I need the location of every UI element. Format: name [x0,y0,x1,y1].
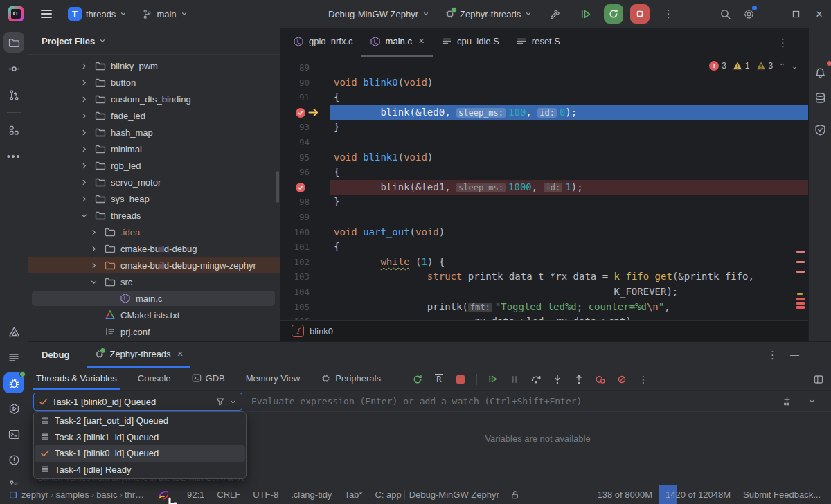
structure-tool-icon[interactable] [3,120,24,141]
run-config-selector[interactable]: Debug-MinGW Zephyr [324,6,434,22]
thread-selector[interactable]: Task-1 [blink0_id] Queued [33,393,242,411]
toolbar-more-icon[interactable]: ⋮ [634,371,652,388]
caret-position[interactable]: 92:1 [181,489,211,500]
line-number[interactable]: 98 [280,195,330,210]
terminal-tool-icon[interactable] [3,424,24,444]
inspections-widget[interactable]: !3 1 3 ⌃ ⌃ [709,61,797,71]
minimize-button[interactable]: — [760,0,784,28]
debug-options-icon[interactable]: ⋮ [767,349,778,361]
statusbar-crumb[interactable]: basic [96,489,117,500]
qodana-shield-icon[interactable] [810,119,831,140]
tab-reset.S[interactable]: reset.S [508,28,569,57]
debug-session-tab[interactable]: Zephyr-threads ✕ [87,342,190,368]
tree-item-fade_led[interactable]: fade_led [28,107,280,124]
evaluate-expression-input[interactable]: Evaluate expression (Enter) or add a wat… [244,390,831,412]
rerun-icon[interactable] [409,371,427,388]
step-out-icon[interactable] [570,371,588,388]
indent-style[interactable]: Tab* [338,489,368,500]
project-scrollbar[interactable] [276,171,279,203]
project-widget[interactable]: T threads [64,4,131,24]
dropdown-item-Task-4 [idle] Ready[interactable]: Task-4 [idle] Ready [35,462,245,478]
more-tools-icon[interactable]: ••• [3,146,24,167]
main-menu-icon[interactable] [36,3,57,24]
step-into-icon[interactable] [548,371,566,388]
toolchain[interactable]: C: app [368,489,404,500]
breadcrumb-function[interactable]: blink0 [310,326,333,336]
tree-item-blinky_pwm[interactable]: blinky_pwm [28,57,280,74]
tree-item-hash_map[interactable]: hash_map [28,124,280,141]
debug-session-selector[interactable]: Zephyr-threads [440,6,536,22]
debug-tool-icon[interactable] [3,372,24,393]
chevron-down-icon[interactable] [229,398,237,406]
vcs-branch-widget[interactable]: main [138,6,191,22]
line-number[interactable]: 103 [280,269,330,285]
build-hammer-icon[interactable] [543,0,566,28]
close-tab-icon[interactable]: ✕ [418,37,425,46]
debug-tab-Memory View[interactable]: Memory View [243,368,303,390]
pull-requests-tool-icon[interactable] [3,84,24,105]
filter-funnel-icon[interactable] [215,397,225,406]
tab-cpu_idle.S[interactable]: cpu_idle.S [433,28,508,57]
add-watch-icon[interactable] [782,395,793,406]
problems-tool-icon[interactable] [3,449,24,470]
debug-tab-Peripherals[interactable]: Peripherals [318,368,384,390]
notifications-bell-icon[interactable] [810,62,831,83]
more-actions-icon[interactable]: ⋮ [656,0,680,28]
database-tool-icon[interactable] [810,87,831,108]
run-config-status[interactable]: Debug-MinGW Zephyr [405,489,506,500]
stop-button[interactable] [630,4,650,24]
mute-breakpoints-icon[interactable] [613,371,631,388]
tree-item-CMakeLists.txt[interactable]: CMakeLists.txt [28,307,280,323]
project-tool-icon[interactable] [3,32,24,53]
line-number[interactable]: 89 [280,60,330,75]
tree-item-.idea[interactable]: .idea [28,224,280,240]
tree-item-button[interactable]: button [28,74,280,91]
tree-item-custom_dts_binding[interactable]: custom_dts_binding [28,91,280,107]
submit-feedback-link[interactable]: Submit Feedback... [737,489,827,500]
services-tool-icon[interactable] [3,398,24,419]
dropdown-item-Task-1 [blink0_id] Queued[interactable]: Task-1 [blink0_id] Queued [35,445,245,462]
tree-item-cmake-build-debug[interactable]: cmake-build-debug [28,240,280,257]
line-number[interactable]: 101 [280,240,330,255]
tree-item-cmake-build-debug-mingw-zephyr[interactable]: cmake-build-debug-mingw-zephyr [28,257,280,273]
unlocked-padlock-icon[interactable] [510,489,520,500]
debug-tab-Threads & Variables[interactable]: Threads & Variables [33,368,120,390]
line-number[interactable]: 99 [280,210,330,225]
layout-settings-icon[interactable] [813,374,824,385]
heap-indicator[interactable]: 138 of 8000M [591,489,659,500]
settings-gear-icon[interactable] [737,0,760,28]
error-stripe[interactable] [795,28,805,320]
line-number[interactable]: 90 [280,75,330,91]
tab-main.c[interactable]: Cmain.c✕ [361,28,434,57]
step-over-icon[interactable] [527,371,545,388]
tree-item-threads[interactable]: threads [28,207,280,224]
line-number[interactable]: 93 [280,120,330,135]
debug-tab-Console[interactable]: Console [135,368,174,390]
hide-tool-window-icon[interactable]: — [790,350,799,360]
stop-icon[interactable] [452,371,470,388]
line-number[interactable]: 96 [280,165,330,180]
line-number[interactable]: 100 [280,225,330,240]
line-separator[interactable]: CRLF [211,489,247,500]
reset-icon[interactable]: R [430,371,448,388]
dropdown-item-Task-2 [uart_out_id] Queued[interactable]: Task-2 [uart_out_id] Queued [35,413,245,429]
tree-item-minimal[interactable]: minimal [28,141,280,157]
statusbar-crumb[interactable]: zephyr [21,489,48,500]
prev-problem-icon[interactable]: ⌃ [779,62,785,70]
dropdown-item-Task-3 [blink1_id] Queued[interactable]: Task-3 [blink1_id] Queued [35,429,245,446]
line-number[interactable]: 95 [280,150,330,165]
resume-icon[interactable] [484,371,502,388]
close-session-icon[interactable]: ✕ [177,350,184,359]
line-number[interactable]: 105 [280,300,330,315]
line-number[interactable]: 104 [280,285,330,300]
statusbar-crumb[interactable]: thr… [125,489,144,500]
line-number[interactable]: 94 [280,135,330,150]
chevron-down-icon[interactable] [808,397,816,405]
maximize-button[interactable] [784,0,807,28]
tree-item-rgb_led[interactable]: rgb_led [28,157,280,174]
cmake-tool-icon[interactable] [3,321,24,342]
tree-item-main.c[interactable]: Cmain.c [28,290,280,307]
project-panel-header[interactable]: Project Files [28,28,280,55]
tree-item-src[interactable]: src [28,273,280,290]
resume-program-icon[interactable] [573,0,597,28]
